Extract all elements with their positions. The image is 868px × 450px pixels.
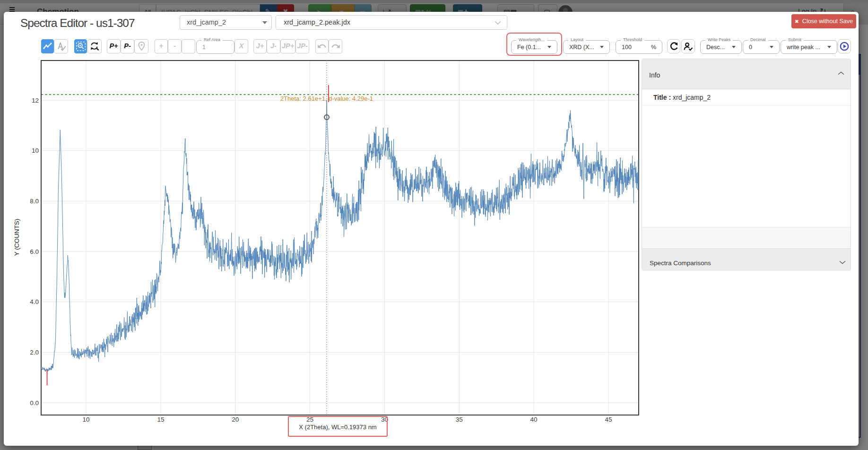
svg-text:0.0: 0.0: [30, 399, 39, 407]
svg-text:12: 12: [32, 97, 39, 104]
svg-text:40: 40: [530, 416, 538, 423]
svg-text:2.0: 2.0: [30, 349, 39, 356]
svg-text:20: 20: [232, 416, 239, 423]
svg-text:8.0: 8.0: [30, 198, 39, 205]
svg-text:4.0: 4.0: [30, 298, 39, 305]
svg-text:35: 35: [456, 416, 463, 423]
svg-text:2Theta: 2.61e+1, d-value: 4.29: 2Theta: 2.61e+1, d-value: 4.29e-1: [280, 95, 373, 102]
svg-text:10: 10: [82, 416, 89, 423]
svg-text:6.0: 6.0: [30, 248, 39, 255]
svg-text:45: 45: [605, 416, 612, 423]
svg-text:15: 15: [157, 416, 164, 423]
svg-text:Y (COUNTS): Y (COUNTS): [13, 219, 20, 256]
svg-text:10: 10: [32, 147, 39, 154]
